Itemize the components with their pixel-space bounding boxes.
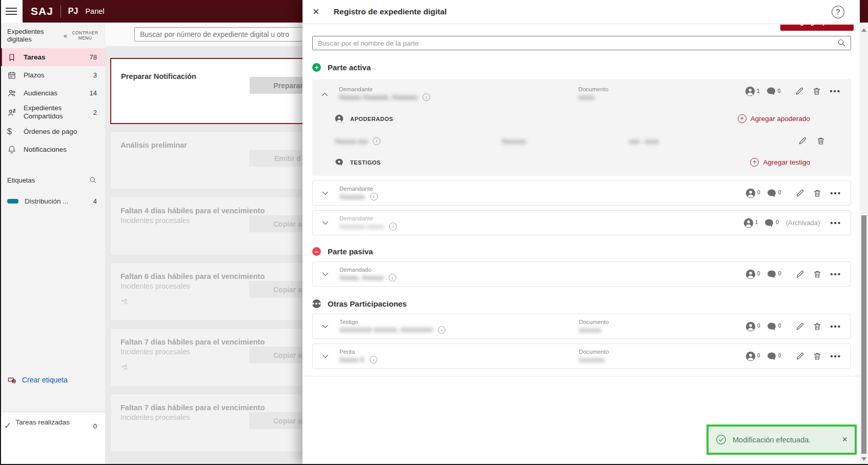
add-testigo-button[interactable]: + Agregar testigo (750, 158, 810, 167)
party-row[interactable]: Testigo XXXXXXX XXXXX, XXXXXXX i Documen… (312, 314, 851, 339)
person-count-icon[interactable] (745, 351, 756, 361)
delete-icon[interactable] (816, 136, 825, 146)
testigos-title: TESTIGOS (350, 159, 381, 166)
tasks-done-row[interactable]: ✓ Tareas realizadas 0 (0, 412, 105, 464)
check-icon: ✓ (4, 420, 11, 464)
apoderado-row[interactable]: Xxxxxx xxx i Xxxxxxx xxx - xxxx (335, 136, 825, 146)
comment-count-icon[interactable] (766, 351, 777, 361)
create-label-button[interactable]: Crear etiqueta (0, 375, 75, 385)
person-count-icon[interactable] (745, 188, 756, 198)
info-icon[interactable]: i (389, 274, 396, 281)
party-role: Demandado (339, 267, 579, 273)
info-icon[interactable]: i (438, 326, 446, 334)
sidebar-item-tareas[interactable]: Tareas 78 (0, 48, 105, 66)
chevron-down-icon[interactable] (321, 352, 332, 360)
party-row[interactable]: Demandante Xxxxxxx xxxxx i 1 0 (Archivad… (312, 210, 851, 235)
info-icon[interactable]: i (389, 223, 397, 230)
chevron-down-icon[interactable] (321, 322, 332, 331)
person-count-icon[interactable] (745, 86, 755, 96)
party-name-redacted: XXXXXXX XXXXX, XXXXXXX (339, 326, 433, 334)
create-label-text: Crear etiqueta (22, 376, 68, 384)
more-icon[interactable]: ••• (830, 89, 841, 94)
scroll-up-icon[interactable] (861, 28, 866, 32)
magnifier-icon[interactable] (837, 38, 846, 47)
person-count-icon[interactable] (743, 218, 754, 228)
person-count-icon[interactable] (745, 321, 756, 332)
page-label: Panel (85, 7, 104, 15)
sidebar-item-audiencias[interactable]: Audiencias 14 (0, 84, 105, 102)
party-card-expanded: Demandante Xxxxxx Xxxxxxx, Xxxxxxx i Doc… (312, 79, 851, 176)
party-role: Testigo (339, 319, 579, 325)
delete-icon[interactable] (813, 270, 822, 279)
agregar-parte-button[interactable]: Agregar parte (780, 25, 854, 31)
calendar-icon (7, 71, 17, 80)
sidebar-item-expedientes-compartidos[interactable]: Expedientes Compartidos 2 (0, 102, 105, 123)
edit-icon[interactable] (795, 270, 804, 279)
add-circle-icon: + (738, 114, 746, 123)
comment-bubble-icon (335, 158, 344, 167)
tag-item[interactable]: Distribución ... 4 (0, 194, 105, 208)
edit-icon[interactable] (795, 87, 804, 96)
more-icon[interactable]: ••• (830, 354, 841, 359)
info-icon[interactable]: i (422, 93, 430, 101)
add-apoderado-button[interactable]: + Agregar apoderado (738, 114, 810, 123)
chevron-up-icon[interactable] (320, 90, 332, 99)
party-row[interactable]: Perita Xxxxx X i Documento xxxxxxxx 0 0 … (312, 343, 851, 369)
search-icon[interactable] (89, 176, 97, 184)
comment-count-icon[interactable] (766, 269, 777, 279)
info-icon[interactable]: i (370, 356, 377, 363)
brand-logo: SAJ (31, 5, 53, 17)
party-role: Demandante (339, 215, 579, 221)
more-icon[interactable]: ••• (830, 220, 841, 226)
delete-icon[interactable] (812, 87, 821, 96)
sidebar-item--rdenes-de-pago[interactable]: $ Órdenes de pago (0, 123, 105, 140)
modal-scrollbar[interactable] (860, 24, 868, 464)
edit-icon[interactable] (795, 352, 804, 361)
edit-icon[interactable] (795, 189, 804, 198)
party-role: Perita (339, 349, 579, 355)
section-otras-participaciones: ●●● Otras Participaciones (312, 298, 851, 309)
edit-icon[interactable] (795, 322, 804, 331)
more-icon[interactable]: ••• (830, 272, 841, 277)
question-icon[interactable]: ? (832, 6, 844, 18)
close-icon[interactable]: × (313, 6, 319, 17)
comment-count-icon[interactable] (766, 86, 776, 96)
sidebar-item-notificaciones[interactable]: Notificaciones (0, 140, 105, 158)
delete-icon[interactable] (813, 189, 822, 198)
more-icon[interactable]: ••• (830, 191, 841, 196)
success-toast: Modificación efectuada. × (706, 424, 857, 455)
delete-icon[interactable] (813, 322, 822, 331)
chevron-down-icon[interactable] (321, 270, 332, 278)
modal-title: Registro de expediente digital (334, 7, 832, 16)
comment-count-icon[interactable] (766, 188, 777, 198)
info-icon[interactable]: i (370, 193, 378, 200)
scroll-down-icon[interactable] (861, 457, 866, 461)
person-count-icon[interactable] (745, 269, 756, 279)
add-circle-icon: + (750, 158, 759, 167)
comment-count-icon[interactable] (766, 321, 777, 332)
party-row[interactable]: Demandado Xxxxx, Xxxxxx i 0 0 ••• (312, 261, 851, 287)
party-row[interactable]: Demandante Xxxxxxx i 0 0 ••• (312, 180, 851, 206)
chevron-down-icon[interactable] (321, 218, 332, 227)
bell-icon (7, 145, 17, 154)
tag-color-swatch (7, 199, 18, 204)
edit-icon[interactable] (798, 136, 807, 146)
sidebar-item-plazos[interactable]: Plazos 3 (0, 66, 105, 84)
tasks-done-label: Tareas realizadas (15, 418, 93, 464)
tag-label: Distribución ... (25, 197, 93, 205)
delete-icon[interactable] (813, 352, 822, 361)
more-icon[interactable]: ••• (830, 324, 841, 329)
party-name-redacted: Xxxxx, Xxxxxx (339, 274, 383, 281)
party-name-redacted: Xxxxxxx (339, 193, 365, 200)
collapse-menu-button[interactable]: « CONTRAER MENÚ (64, 30, 100, 41)
document-label: Documento (579, 349, 745, 355)
comment-count-icon[interactable] (764, 218, 774, 228)
party-search-input[interactable] (312, 36, 851, 50)
info-icon[interactable]: i (373, 137, 380, 145)
scrollbar-thumb[interactable] (861, 215, 866, 454)
chevron-down-icon[interactable] (321, 189, 332, 197)
apoderado-doc-redacted: xxx - xxxx (629, 137, 658, 145)
modal-footer-divider (302, 376, 860, 376)
close-icon[interactable]: × (842, 434, 847, 445)
hamburger-icon[interactable] (0, 0, 23, 23)
